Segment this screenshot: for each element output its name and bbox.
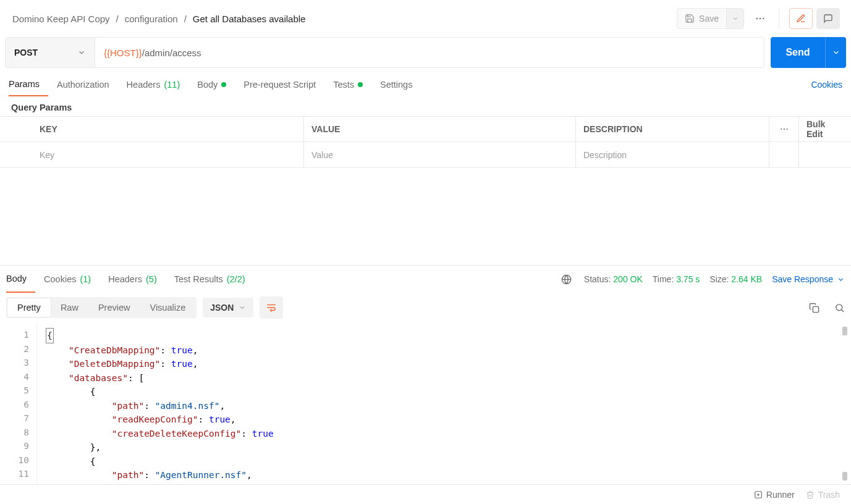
size-block[interactable]: Size: 2.64 KB [709,274,762,284]
request-row: POST {{HOST}}/admin/access Send [0,37,851,68]
svg-line-11 [842,309,844,311]
copy-icon [809,303,819,313]
response-tab-tests[interactable]: Test Results (2/2) [166,266,254,293]
tab-tests[interactable]: Tests [324,73,371,96]
svg-rect-9 [813,306,818,312]
tab-label: Params [9,79,40,89]
response-tab-cookies[interactable]: Cookies (1) [35,266,99,293]
pencil-icon [796,14,806,23]
svg-marker-13 [758,493,760,496]
build-mode-button[interactable] [789,8,813,29]
comment-icon [823,14,833,23]
description-input[interactable]: Description [576,142,769,167]
method-url-bar: POST {{HOST}}/admin/access [5,37,764,68]
view-mode-segment: Pretty Raw Preview Visualize [6,297,197,318]
method-label: POST [14,48,38,57]
tab-label: Authorization [57,80,109,90]
layout-mode-group [789,8,840,29]
save-icon [685,14,695,23]
save-response-label: Save Response [772,274,833,284]
response-tab-headers[interactable]: Headers (5) [99,266,166,293]
status-block[interactable]: Status: 200 OK [584,274,643,284]
save-button-group: Save [677,8,744,29]
breadcrumb-separator: / [116,14,119,24]
breadcrumb-separator: / [184,14,187,24]
url-input[interactable]: {{HOST}}/admin/access [95,38,764,67]
trash-button[interactable]: Trash [806,490,840,500]
wrap-icon [266,302,277,313]
view-mode-visualize[interactable]: Visualize [140,298,195,317]
tab-prerequest[interactable]: Pre-request Script [235,73,324,96]
url-variable: {{HOST}} [104,48,142,58]
trash-icon [806,490,815,499]
response-panel: Body Cookies (1) Headers (5) Test Result… [0,265,851,484]
breadcrumb-collection[interactable]: Domino Keep API Copy [12,14,110,24]
column-options-button[interactable] [769,117,799,141]
time-block[interactable]: Time: 3.75 s [653,274,700,284]
runner-button[interactable]: Runner [754,490,795,500]
query-params-empty-row[interactable]: Key Value Description [0,142,851,168]
view-mode-preview[interactable]: Preview [88,298,140,317]
tab-label: Test Results [174,274,223,284]
status-dot-icon [221,82,226,87]
response-tab-body[interactable]: Body [6,266,35,293]
comment-mode-button[interactable] [816,8,840,29]
copy-response-button[interactable] [809,303,819,313]
save-button-label: Save [699,14,719,23]
method-select[interactable]: POST [6,38,95,67]
send-button[interactable]: Send [771,37,825,68]
chevron-down-icon [77,48,86,57]
line-number-gutter: 123456789101112 [0,323,37,484]
tab-headers[interactable]: Headers (11) [118,73,189,96]
tab-count: (5) [146,274,157,284]
size-label: Size: [709,274,729,284]
more-actions-button[interactable] [752,13,769,24]
wrap-lines-button[interactable] [260,296,283,319]
tab-label: Tests [333,80,354,90]
view-mode-raw[interactable]: Raw [51,298,88,317]
status-value: 200 OK [613,274,642,284]
value-input[interactable]: Value [304,142,576,167]
key-input[interactable]: Key [32,142,304,167]
format-select[interactable]: JSON [203,298,253,317]
tab-authorization[interactable]: Authorization [48,73,118,96]
send-dropdown[interactable] [825,37,846,68]
column-header-key: KEY [32,117,304,141]
column-header-description: DESCRIPTION [576,117,769,141]
svg-point-4 [783,128,784,130]
globe-icon[interactable] [561,274,572,285]
svg-point-0 [756,18,758,19]
breadcrumb-folder[interactable]: configuration [125,14,178,24]
format-label: JSON [210,303,234,313]
tab-label: Headers [108,274,142,284]
tab-label: Body [197,80,218,90]
tab-label: Cookies [44,274,76,284]
tab-count: (11) [164,80,180,90]
send-button-label: Send [785,47,810,58]
size-value: 2.64 KB [731,274,762,284]
save-dropdown[interactable] [726,9,743,28]
tab-settings[interactable]: Settings [371,73,421,96]
status-label: Status: [584,274,611,284]
tab-params[interactable]: Params [9,73,48,96]
search-response-button[interactable] [834,303,845,313]
code-source[interactable]: { "CreateDbMapping": true, "DeleteDbMapp… [37,323,274,484]
play-icon [754,490,763,499]
svg-point-10 [836,304,842,310]
tab-count: (1) [80,274,91,284]
response-body-code[interactable]: 123456789101112 { "CreateDbMapping": tru… [0,322,851,484]
breadcrumb-request[interactable]: Get all Databases available [193,14,306,24]
view-mode-pretty[interactable]: Pretty [7,298,51,317]
runner-label: Runner [766,490,795,500]
column-header-value: VALUE [304,117,576,141]
request-header: Domino Keep API Copy / configuration / G… [0,0,851,37]
svg-point-3 [781,128,782,130]
response-view-toolbar: Pretty Raw Preview Visualize JSON [0,293,851,322]
save-button[interactable]: Save [677,9,726,28]
bulk-edit-button[interactable]: Bulk Edit [799,117,851,141]
tab-body[interactable]: Body [188,73,235,96]
query-params-heading: Query Params [0,96,851,116]
time-value: 3.75 s [676,274,700,284]
cookies-link[interactable]: Cookies [811,80,842,90]
save-response-button[interactable]: Save Response [772,274,845,284]
